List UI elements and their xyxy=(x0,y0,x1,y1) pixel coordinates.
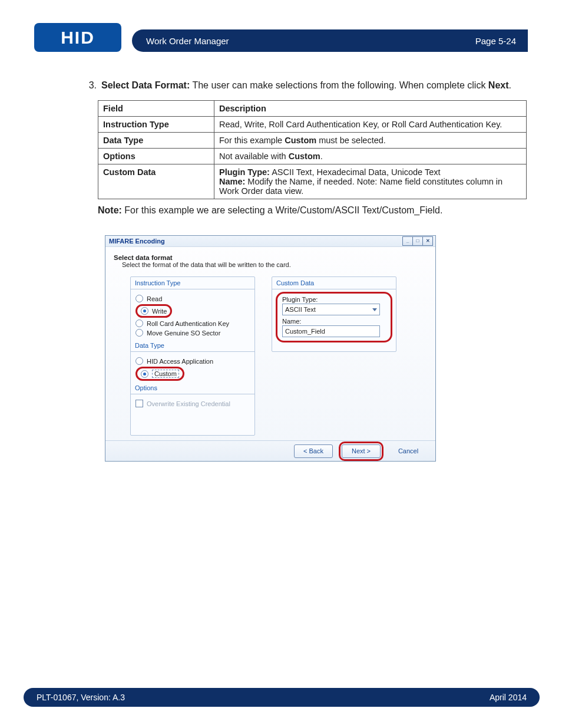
name-label: Name: xyxy=(282,318,386,325)
mifare-encoding-dialog: MIFARE Encoding _□✕ Select data format S… xyxy=(105,235,436,462)
highlight-custom: Custom xyxy=(135,367,184,381)
footer-date: April 2014 xyxy=(490,693,527,702)
back-button[interactable]: < Back xyxy=(294,444,333,458)
radio-write[interactable]: Write xyxy=(152,308,167,315)
highlight-write: Write xyxy=(135,304,172,318)
window-close-icon[interactable]: ✕ xyxy=(422,236,433,246)
cell-desc: Read, Write, Roll Card Authentication Ke… xyxy=(214,116,527,132)
radio-icon xyxy=(135,319,143,327)
header-bar: Work Order Manager Page 5-24 xyxy=(132,29,528,52)
radio-icon xyxy=(135,357,143,365)
cancel-button[interactable]: Cancel xyxy=(389,445,427,457)
plugin-type-value: ASCII Text xyxy=(285,306,316,313)
section-custom-data: Custom Data xyxy=(272,277,396,289)
checkbox-icon xyxy=(135,400,143,407)
cell-field: Data Type xyxy=(98,132,214,148)
table-row: Data Type For this example Custom must b… xyxy=(98,132,527,148)
section-data-type: Data Type xyxy=(131,340,254,352)
cell-field: Options xyxy=(98,148,214,164)
header-title: Work Order Manager xyxy=(146,36,229,46)
radio-icon xyxy=(141,307,148,315)
checkbox-overwrite: Overwrite Existing Credential xyxy=(135,400,250,407)
chevron-down-icon xyxy=(372,308,377,311)
highlight-custom-data: Plugin Type: ASCII Text Name: Custom_Fie… xyxy=(276,292,392,342)
dialog-heading: Select data format xyxy=(114,254,427,261)
plugin-type-combo[interactable]: ASCII Text xyxy=(282,304,380,315)
table-row: Custom Data Plugin Type: ASCII Text, Hex… xyxy=(98,164,527,199)
radio-read[interactable]: Read xyxy=(135,295,250,302)
dialog-footer: < Back Next > Cancel xyxy=(105,440,435,461)
hid-logo: HID xyxy=(34,23,121,52)
note-text: For this example we are selecting a Writ… xyxy=(122,205,443,215)
note-label: Note: xyxy=(98,205,122,215)
window-minimize-icon[interactable]: _ xyxy=(402,236,413,246)
step-3: 3. Select Data Format: The user can make… xyxy=(75,79,528,92)
th-desc: Description xyxy=(214,100,527,116)
dialog-title: MIFARE Encoding xyxy=(109,238,165,245)
name-input[interactable]: Custom_Field xyxy=(282,325,380,337)
dialog-subheading: Select the format of the data that will … xyxy=(122,261,427,268)
cell-field: Custom Data xyxy=(98,164,214,199)
step-next-word: Next xyxy=(488,80,509,90)
cell-desc: Plugin Type: ASCII Text, Hexadecimal Dat… xyxy=(214,164,527,199)
note: Note: For this example we are selecting … xyxy=(98,205,528,216)
step-number: 3. xyxy=(75,79,101,92)
radio-icon xyxy=(135,295,143,302)
th-field: Field xyxy=(98,100,214,116)
radio-icon xyxy=(135,329,143,337)
header-page: Page 5-24 xyxy=(475,36,516,46)
left-panel: Instruction Type Read Write Roll Card xyxy=(130,276,255,436)
radio-roll-key[interactable]: Roll Card Authentication Key xyxy=(135,319,250,327)
footer-doc-id: PLT-01067, Version: A.3 xyxy=(37,693,125,702)
footer-bar: PLT-01067, Version: A.3 April 2014 xyxy=(24,688,540,707)
cell-desc: Not available with Custom. xyxy=(214,148,527,164)
table-row: Instruction Type Read, Write, Roll Card … xyxy=(98,116,527,132)
right-panel: Custom Data Plugin Type: ASCII Text Name… xyxy=(272,276,396,352)
radio-hid-access[interactable]: HID Access Application xyxy=(135,357,250,365)
cell-field: Instruction Type xyxy=(98,116,214,132)
step-label: Select Data Format: xyxy=(101,80,190,90)
dialog-titlebar: MIFARE Encoding _□✕ xyxy=(105,236,435,247)
field-description-table: Field Description Instruction Type Read,… xyxy=(98,100,527,199)
name-value: Custom_Field xyxy=(285,328,325,335)
section-options: Options xyxy=(131,382,254,394)
step-period: . xyxy=(509,80,511,90)
plugin-type-label: Plugin Type: xyxy=(282,296,386,303)
next-button[interactable]: Next > xyxy=(342,444,381,458)
radio-icon xyxy=(141,370,148,378)
highlight-next: Next > xyxy=(339,442,384,461)
step-text: The user can make selections from the fo… xyxy=(190,80,488,90)
window-maximize-icon[interactable]: □ xyxy=(412,236,423,246)
cell-desc: For this example Custom must be selected… xyxy=(214,132,527,148)
table-row: Options Not available with Custom. xyxy=(98,148,527,164)
section-instruction-type: Instruction Type xyxy=(131,277,254,289)
radio-custom[interactable]: Custom xyxy=(152,370,179,378)
radio-move-sector[interactable]: Move Genuine SO Sector xyxy=(135,329,250,337)
